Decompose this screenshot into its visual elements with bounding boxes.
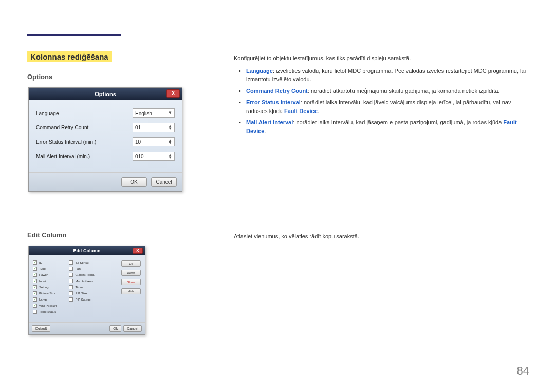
checkbox-icon[interactable] (69, 285, 73, 289)
options-dialog-title-text: Options (95, 91, 116, 97)
chevron-down-icon: ▼ (168, 112, 172, 114)
option-row-retry: Command Retry Count 01 ▲▼ (36, 123, 175, 132)
editcolumn-description: Atlasiet vienumus, ko vēlaties rādīt kop… (234, 232, 529, 241)
bullet-mail: Mail Alert Interval: norādiet laika inte… (234, 118, 529, 135)
checkbox-icon[interactable] (69, 260, 73, 265)
editcolumn-list-col2: B/I SensorFanCurrent Temp.Mac AddressTim… (69, 260, 103, 304)
mail-interval-stepper[interactable]: 010 ▲▼ (133, 152, 175, 161)
editcolumn-list-col1: IDTypePowerInputSettingPicture SizeLampW… (33, 260, 67, 316)
close-icon[interactable]: X (133, 248, 143, 254)
list-item[interactable]: Wall Position (33, 304, 67, 308)
bullet-error: Error Status Interval: norādiet laika in… (234, 98, 529, 115)
list-item[interactable]: Temp Status (33, 310, 67, 314)
checkbox-icon[interactable] (69, 297, 73, 302)
down-button[interactable]: Down (121, 270, 141, 276)
list-item[interactable]: Setting (33, 285, 67, 289)
list-item[interactable]: Picture Size (33, 291, 67, 295)
checkbox-icon[interactable] (33, 267, 37, 271)
list-item-label: PIP Size (75, 292, 87, 295)
checkbox-icon[interactable] (69, 279, 73, 283)
options-heading: Options (27, 73, 52, 81)
page-number: 84 (517, 364, 529, 378)
editcolumn-side-buttons: Up Down Show Hide (121, 260, 141, 294)
checkbox-icon[interactable] (33, 285, 37, 289)
list-item[interactable]: Current Temp. (69, 273, 103, 277)
hide-button[interactable]: Hide (121, 288, 141, 294)
list-item[interactable]: Lamp (33, 297, 67, 302)
list-item-label: B/I Sensor (75, 261, 89, 264)
list-item-label: Current Temp. (75, 273, 95, 276)
checkbox-icon[interactable] (33, 310, 37, 314)
list-item-label: Type (39, 267, 46, 270)
options-description: Konfigurējiet to objektu iestatījumus, k… (234, 54, 529, 138)
options-dialog-footer: OK Cancel (29, 172, 182, 191)
checkbox-icon[interactable] (33, 291, 37, 295)
list-item-label: Mac Address (75, 279, 93, 283)
retry-count-stepper[interactable]: 01 ▲▼ (133, 123, 175, 132)
options-dialog-title: Options X (29, 88, 182, 100)
list-item-label: Lamp (39, 298, 47, 301)
list-item-label: Temp Status (39, 310, 56, 313)
list-item[interactable]: B/I Sensor (69, 260, 103, 265)
error-keyword: Error Status Interval (246, 99, 301, 105)
option-label: Mail Alert Interval (min.) (36, 154, 133, 159)
list-item[interactable]: Mac Address (69, 279, 103, 283)
list-item[interactable]: Input (33, 279, 67, 283)
up-button[interactable]: Up (121, 260, 141, 267)
list-item[interactable]: Timer (69, 285, 103, 289)
editcolumn-dialog: Edit Column X IDTypePowerInputSettingPic… (28, 246, 145, 335)
spinner-icon: ▲▼ (168, 154, 172, 159)
checkbox-icon[interactable] (33, 304, 37, 308)
list-item-label: Picture Size (39, 292, 55, 295)
list-item[interactable]: Power (33, 273, 67, 277)
language-dropdown[interactable]: English ▼ (133, 108, 175, 118)
language-value: English (135, 110, 152, 116)
checkbox-icon[interactable] (69, 291, 73, 295)
retry-value: 01 (135, 125, 141, 130)
mail-interval-value: 010 (135, 154, 144, 159)
list-item[interactable]: PIP Source (69, 297, 103, 302)
close-icon[interactable]: X (166, 89, 180, 98)
list-item[interactable]: PIP Size (69, 291, 103, 295)
list-item-label: ID (39, 261, 42, 264)
list-item[interactable]: Type (33, 267, 67, 271)
mail-text-a: : norādiet laika intervālu, kad jāsaņem … (293, 119, 503, 125)
bullet-retry: Command Retry Count: norādiet atkārtotu … (234, 87, 529, 96)
list-item-label: Timer (75, 286, 83, 289)
error-interval-stepper[interactable]: 10 ▲▼ (133, 137, 175, 146)
options-intro: Konfigurējiet to objektu iestatījumus, k… (234, 54, 529, 63)
editcolumn-dialog-title: Edit Column X (29, 246, 145, 255)
checkbox-icon[interactable] (69, 267, 73, 271)
retry-text: : norādiet atkārtotu mēģinājumu skaitu g… (308, 88, 500, 94)
option-label: Error Status Interval (min.) (36, 139, 133, 145)
checkbox-icon[interactable] (33, 297, 37, 302)
editcolumn-dialog-footer: Default Ok Cancel (29, 322, 145, 334)
list-item-label: Fan (75, 267, 80, 270)
error-interval-value: 10 (135, 139, 141, 145)
list-item-label: Setting (39, 286, 49, 289)
checkbox-icon[interactable] (69, 273, 73, 277)
fault-device-keyword-1: Fault Device (284, 108, 318, 114)
list-item[interactable]: ID (33, 260, 67, 265)
list-item-label: Input (39, 279, 46, 283)
cancel-button[interactable]: Cancel (151, 177, 177, 187)
checkbox-icon[interactable] (33, 273, 37, 277)
options-dialog: Options X Language English ▼ Command Ret… (28, 87, 182, 192)
checkbox-icon[interactable] (33, 260, 37, 265)
bullet-language: Language: izvēlieties valodu, kuru lieto… (234, 67, 529, 84)
ok-button[interactable]: OK (121, 177, 147, 187)
retry-keyword: Command Retry Count (246, 88, 308, 94)
default-button[interactable]: Default (32, 325, 50, 332)
option-row-mail-interval: Mail Alert Interval (min.) 010 ▲▼ (36, 152, 175, 161)
show-button[interactable]: Show (121, 279, 141, 285)
option-label: Command Retry Count (36, 125, 133, 130)
ok-button[interactable]: Ok (109, 325, 121, 332)
section-title: Kolonnas rediģēšana (27, 51, 112, 62)
list-item-label: PIP Source (75, 298, 90, 301)
language-keyword: Language (246, 68, 273, 74)
checkbox-icon[interactable] (33, 279, 37, 283)
cancel-button[interactable]: Cancel (123, 325, 142, 332)
editcolumn-dialog-title-text: Edit Column (73, 248, 101, 253)
mail-keyword: Mail Alert Interval (246, 119, 293, 125)
list-item[interactable]: Fan (69, 267, 103, 271)
